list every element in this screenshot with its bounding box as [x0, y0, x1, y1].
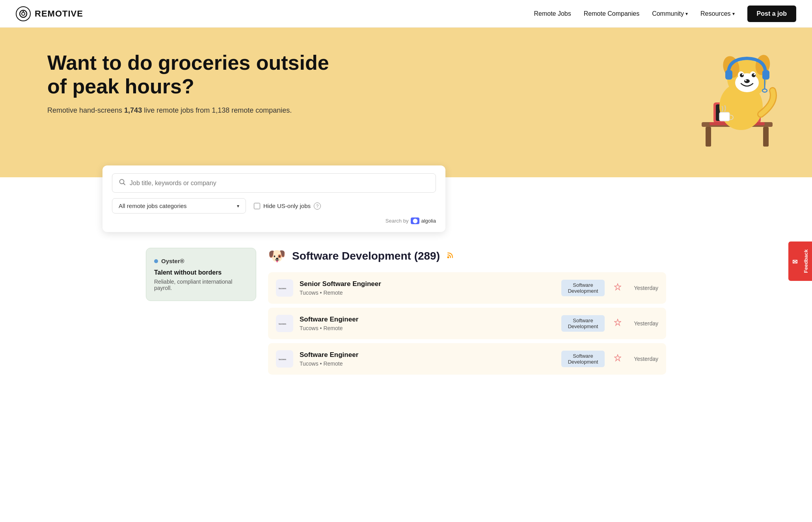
- feedback-tab[interactable]: ✉ Feedback: [788, 241, 812, 281]
- navbar: REMOTIVE Remote Jobs Remote Companies Co…: [0, 0, 812, 28]
- svg-point-28: [762, 89, 767, 92]
- category-count: (289): [414, 250, 440, 262]
- job-meta: Tucows • Remote: [300, 290, 555, 296]
- svg-point-19: [740, 73, 744, 77]
- envelope-icon: ✉: [792, 257, 799, 265]
- hero-subtitle: Remotive hand-screens 1,743 live remote …: [47, 106, 343, 115]
- job-info: Senior Software Engineer Tucows • Remote: [300, 280, 555, 296]
- svg-point-20: [752, 73, 756, 77]
- search-icon: [119, 178, 126, 188]
- job-meta: Tucows • Remote: [300, 325, 555, 331]
- pin-icon[interactable]: [614, 319, 621, 329]
- job-listings: 🐶 Software Development (289) tucows: [268, 248, 666, 379]
- job-tag: SoftwareDevelopment: [561, 280, 605, 296]
- svg-line-31: [124, 184, 125, 185]
- ad-logo-row: Oyster®: [154, 258, 248, 264]
- svg-rect-4: [706, 127, 711, 147]
- company-logo: tucows: [276, 279, 293, 297]
- hide-us-label: Hide US-only jobs: [263, 202, 311, 209]
- feedback-label: Feedback: [803, 249, 809, 273]
- svg-text:tucows: tucows: [279, 358, 286, 360]
- svg-point-1: [22, 12, 25, 15]
- pin-icon[interactable]: [614, 354, 621, 364]
- hero-title: Want to do groceries outside of peak hou…: [47, 51, 343, 98]
- search-by-row: Search by ⬤ algolia: [112, 217, 436, 224]
- category-select[interactable]: All remote jobs categories ▾: [112, 198, 246, 214]
- ad-company-name: Oyster®: [161, 258, 184, 264]
- nav-links: Remote Jobs Remote Companies Community R…: [534, 6, 796, 22]
- nav-resources[interactable]: Resources: [700, 10, 734, 17]
- svg-point-32: [447, 256, 449, 258]
- logo-link[interactable]: REMOTIVE: [16, 6, 83, 21]
- category-title: Software Development (289): [292, 250, 440, 262]
- logo-icon: [16, 6, 31, 21]
- rss-icon[interactable]: [446, 251, 454, 261]
- nav-remote-jobs[interactable]: Remote Jobs: [534, 10, 571, 17]
- pin-icon[interactable]: [614, 283, 621, 293]
- job-meta: Tucows • Remote: [300, 360, 555, 367]
- search-row2: All remote jobs categories ▾ Hide US-onl…: [112, 198, 436, 214]
- table-row[interactable]: tucows Software Engineer Tucows • Remote…: [268, 343, 666, 375]
- job-date: Yesterday: [631, 285, 658, 291]
- hero-illustration: [686, 35, 788, 154]
- ad-tagline: Talent without borders: [154, 269, 248, 276]
- help-icon[interactable]: ?: [314, 202, 321, 210]
- ad-dot-icon: [154, 259, 158, 263]
- svg-point-22: [754, 74, 755, 75]
- search-input-row: [112, 173, 436, 193]
- job-date: Yesterday: [631, 356, 658, 362]
- company-logo: tucows: [276, 315, 293, 332]
- svg-text:tucows: tucows: [279, 323, 286, 325]
- job-tag: SoftwareDevelopment: [561, 315, 605, 332]
- search-input[interactable]: [130, 180, 429, 187]
- job-info: Software Engineer Tucows • Remote: [300, 351, 555, 367]
- ad-description: Reliable, compliant international payrol…: [154, 279, 248, 291]
- svg-point-23: [744, 79, 750, 83]
- job-title: Software Engineer: [300, 351, 555, 359]
- hero-content: Want to do groceries outside of peak hou…: [47, 51, 343, 115]
- table-row[interactable]: tucows Senior Software Engineer Tucows •…: [268, 272, 666, 304]
- hero-section: Want to do groceries outside of peak hou…: [0, 28, 812, 177]
- category-dropdown[interactable]: All remote jobs categories: [119, 202, 234, 209]
- main-layout: Oyster® Talent without borders Reliable,…: [130, 232, 682, 394]
- job-info: Software Engineer Tucows • Remote: [300, 316, 555, 331]
- table-row[interactable]: tucows Software Engineer Tucows • Remote…: [268, 308, 666, 339]
- nav-community[interactable]: Community: [652, 10, 688, 17]
- svg-point-2: [23, 11, 24, 12]
- chevron-down-icon: ▾: [237, 203, 239, 209]
- sidebar: Oyster® Talent without borders Reliable,…: [146, 248, 256, 379]
- algolia-logo: ⬤: [411, 217, 419, 224]
- algolia-badge: ⬤ algolia: [411, 217, 436, 224]
- svg-text:tucows: tucows: [279, 287, 286, 290]
- svg-rect-5: [763, 127, 769, 147]
- hide-us-checkbox[interactable]: [254, 203, 260, 209]
- company-logo: tucows: [276, 350, 293, 368]
- svg-rect-29: [719, 112, 730, 121]
- ad-card[interactable]: Oyster® Talent without borders Reliable,…: [146, 248, 256, 301]
- job-title: Software Engineer: [300, 316, 555, 323]
- svg-rect-26: [762, 70, 769, 80]
- svg-point-24: [745, 80, 747, 81]
- job-tag: SoftwareDevelopment: [561, 351, 605, 367]
- category-header: 🐶 Software Development (289): [268, 248, 666, 264]
- post-job-button[interactable]: Post a job: [747, 6, 796, 22]
- job-date: Yesterday: [631, 320, 658, 327]
- nav-remote-companies[interactable]: Remote Companies: [584, 10, 639, 17]
- hide-us-row: Hide US-only jobs ?: [254, 202, 321, 210]
- search-wrapper: All remote jobs categories ▾ Hide US-onl…: [102, 165, 445, 232]
- category-emoji: 🐶: [268, 248, 286, 264]
- job-title: Senior Software Engineer: [300, 280, 555, 288]
- svg-point-21: [742, 74, 743, 75]
- svg-rect-25: [725, 70, 732, 80]
- logo-text: REMOTIVE: [35, 9, 83, 19]
